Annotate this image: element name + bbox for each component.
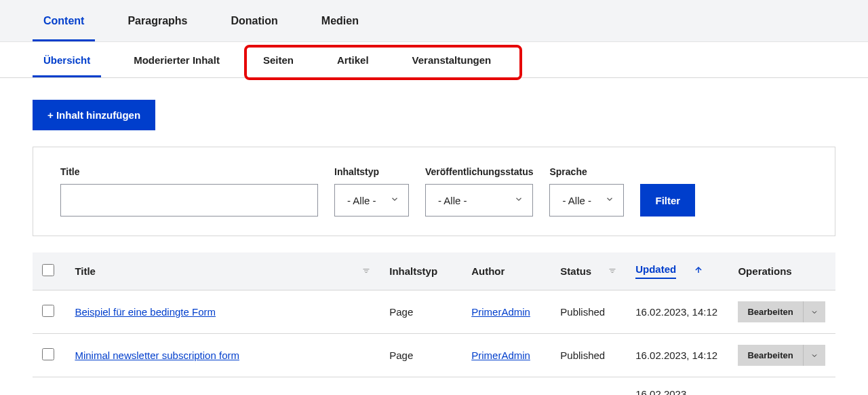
filter-submit-button[interactable]: Filter (640, 184, 695, 217)
tab-seiten[interactable]: Seiten (252, 42, 304, 77)
filter-lang-label: Sprache (549, 166, 624, 177)
row-title-link[interactable]: Minimal newsletter subscription form (75, 350, 239, 361)
th-operations: Operations (728, 252, 835, 290)
content-table: Title Inhaltstyp Author Status Updated (33, 252, 835, 395)
sort-icon (608, 265, 616, 277)
row-updated: 16.02.2023, 14:12 (626, 290, 728, 334)
row-checkbox[interactable] (42, 305, 54, 317)
filter-title-input[interactable] (60, 184, 318, 217)
tab-content[interactable]: Content (33, 0, 95, 41)
th-type: Inhaltstyp (380, 252, 462, 290)
row-checkbox[interactable] (42, 348, 54, 360)
edit-button[interactable]: Bearbeiten (738, 345, 802, 366)
secondary-tabs: Übersicht Moderierter Inhalt Seiten Arti… (33, 42, 835, 77)
filter-type-label: Inhaltstyp (334, 166, 409, 177)
row-type: Page (380, 290, 462, 334)
tab-veranstaltungen[interactable]: Veranstaltungen (401, 42, 502, 77)
row-updated-partial: 16.02.2023 (626, 377, 728, 396)
row-type: Page (380, 334, 462, 377)
table-row-partial: 16.02.2023 (33, 377, 835, 396)
sort-icon (362, 265, 370, 277)
th-title[interactable]: Title (75, 265, 96, 277)
tab-artikel[interactable]: Artikel (326, 42, 380, 77)
edit-dropdown-toggle[interactable] (803, 301, 825, 322)
edit-dropdown-toggle[interactable] (803, 345, 825, 366)
sort-arrow-up-icon (694, 265, 703, 277)
th-status[interactable]: Status (560, 265, 591, 277)
filter-panel: Title Inhaltstyp - Alle - Veröffentlichu… (33, 147, 835, 236)
add-content-button[interactable]: + Inhalt hinzufügen (33, 100, 155, 130)
tab-uebersicht[interactable]: Übersicht (33, 42, 101, 77)
filter-type-select[interactable]: - Alle - (334, 184, 409, 217)
table-row: Beispiel für eine bedingte Form Page Pri… (33, 290, 835, 334)
filter-status-select[interactable]: - Alle - (425, 184, 533, 217)
row-updated: 16.02.2023, 14:12 (626, 334, 728, 377)
primary-tabs: Content Paragraphs Donation Medien (33, 0, 835, 41)
th-author: Author (462, 252, 551, 290)
row-title-link[interactable]: Beispiel für eine bedingte Form (75, 306, 216, 318)
tab-moderierter-inhalt[interactable]: Moderierter Inhalt (123, 42, 231, 77)
row-status: Published (551, 290, 626, 334)
filter-status-label: Veröffentlichungsstatus (425, 166, 533, 177)
table-row: Minimal newsletter subscription form Pag… (33, 334, 835, 377)
edit-button[interactable]: Bearbeiten (738, 301, 802, 322)
tab-donation[interactable]: Donation (220, 0, 288, 41)
row-author-link[interactable]: PrimerAdmin (471, 306, 530, 318)
select-all-checkbox[interactable] (42, 264, 54, 276)
th-updated[interactable]: Updated (635, 263, 676, 279)
row-author-link[interactable]: PrimerAdmin (471, 350, 530, 361)
tab-paragraphs[interactable]: Paragraphs (117, 0, 198, 41)
row-status: Published (551, 334, 626, 377)
filter-lang-select[interactable]: - Alle - (549, 184, 624, 217)
tab-medien[interactable]: Medien (311, 0, 370, 41)
filter-title-label: Title (60, 166, 318, 177)
